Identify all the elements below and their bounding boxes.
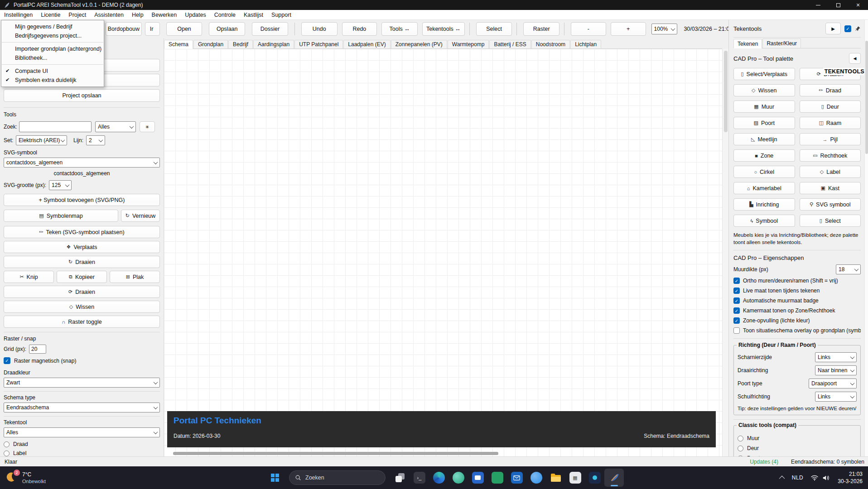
menu-bewerken[interactable]: Bewerken	[148, 10, 181, 19]
tab-raster-kleur[interactable]: Raster/Kleur	[762, 38, 801, 48]
menu-support[interactable]: Support	[267, 10, 295, 19]
tab-warmtepomp[interactable]: Warmtepomp	[448, 40, 489, 48]
tab-tekenen[interactable]: Tekenen	[733, 39, 762, 48]
raster-button[interactable]: Raster	[523, 22, 559, 36]
zoom-out-button[interactable]: -	[571, 22, 606, 36]
redo-button[interactable]: Redo	[342, 22, 377, 36]
taskbar-app-outlook[interactable]	[507, 469, 526, 487]
draadkleur-select[interactable]: Zwart	[4, 378, 160, 388]
tool-inrichting-button[interactable]: ▙Inrichting	[733, 198, 795, 211]
svg-symbool-select[interactable]: contactdoos_algemeen	[4, 158, 160, 168]
tab-aardingsplan[interactable]: Aardingsplan	[253, 40, 294, 48]
palette-collapse-button[interactable]: ◀	[849, 53, 861, 64]
taskbar-app-edge[interactable]	[429, 469, 448, 487]
muurmaat-badge-checkbox[interactable]: ✓	[733, 297, 740, 304]
tool-cirkel-button[interactable]: ○Cirkel	[733, 166, 795, 178]
grid-px-input[interactable]: 20	[29, 345, 46, 354]
tab-schema[interactable]: Schema	[164, 40, 193, 49]
snap-checkbox[interactable]: ✓	[4, 357, 10, 364]
taskbar-app-terminal[interactable]: ›_	[410, 469, 429, 487]
tool-wissen-button[interactable]: ◇Wissen	[733, 84, 795, 96]
draad-radio[interactable]	[4, 441, 10, 447]
schema-canvas[interactable]: Portal PC Technieken Datum: 2026-03-30 S…	[164, 49, 722, 456]
menu-kastlijst[interactable]: Kastlijst	[240, 10, 267, 19]
filter-select[interactable]: Alles	[95, 121, 136, 132]
volume-icon[interactable]	[822, 475, 830, 481]
taskbar-search[interactable]: Zoeken	[289, 470, 386, 485]
draaien2-button[interactable]: ⟳ Draaien	[4, 286, 160, 298]
weather-widget[interactable]: 2 7°C Onbewolkt	[5, 466, 46, 489]
vertical-scrollbar[interactable]	[722, 49, 728, 456]
tab-lichtplan[interactable]: Lichtplan	[570, 40, 601, 48]
draairichting-select[interactable]: Naar binnen	[815, 365, 857, 375]
raster-toggle-button[interactable]: ∩ Raster toggle	[4, 316, 160, 328]
teken-button[interactable]: ✏ Teken (SVG-symbool plaatsen)	[4, 226, 160, 238]
tab-zonnepanelen[interactable]: Zonnepanelen (PV)	[391, 40, 447, 48]
panel-pinned-checkbox[interactable]: ✓	[844, 25, 851, 32]
taskbar-app-blue-circle[interactable]	[526, 469, 546, 487]
taskbar-app-dark-blue[interactable]	[585, 469, 604, 487]
situatieschema-overlay-checkbox[interactable]	[733, 327, 740, 334]
classic-muur-radio[interactable]	[738, 436, 743, 441]
symbool-toevoegen-button[interactable]: + Symbool toevoegen (SVG/PNG)	[4, 194, 160, 206]
svg-grootte-select[interactable]: 125	[49, 180, 72, 190]
tool-zone-button[interactable]: ■Zone	[733, 149, 795, 162]
wifi-icon[interactable]	[810, 475, 819, 481]
opslaan-button[interactable]: Opslaan	[209, 22, 245, 36]
menuitem-importeer-grondplan[interactable]: Importeer grondplan (achtergrond)	[1, 44, 104, 53]
favorite-star-button[interactable]: ✳	[140, 121, 155, 132]
tool-symbool-button[interactable]: ϟSymbool	[733, 215, 795, 227]
tool-select-verplaats-button[interactable]: ▯Select/Verplaats	[733, 68, 795, 80]
task-view-button[interactable]	[390, 469, 410, 487]
ortho-checkbox[interactable]: ✓	[733, 278, 740, 284]
tool-rechthoek-button[interactable]: ▭Rechthoek	[800, 149, 861, 162]
knip-button[interactable]: ✂ Knip	[4, 271, 54, 283]
clipped-toolbar-button[interactable]: Ir	[145, 22, 160, 36]
menuitem-mijn-gegevens[interactable]: Mijn gegevens / Bedrijf	[1, 22, 104, 31]
zoom-in-button[interactable]: +	[611, 22, 646, 36]
tekentools-toggle-button[interactable]: Tekentools ↔	[422, 22, 465, 36]
maximize-button[interactable]	[828, 0, 848, 10]
menuitem-compacte-ui[interactable]: ✔Compacte UI	[1, 67, 104, 76]
tray-chevron-up-icon[interactable]	[779, 475, 785, 481]
wissen-button[interactable]: ◇ Wissen	[4, 301, 160, 313]
menu-controle[interactable]: Controle	[210, 10, 240, 19]
tool-svg-symbool-button[interactable]: ⚲SVG symbool	[800, 198, 861, 211]
menuitem-symbolen-extra-duidelijk[interactable]: ✔Symbolen extra duidelijk	[1, 76, 104, 85]
tab-bedrijf[interactable]: Bedrijf	[228, 40, 253, 48]
menu-assistenten[interactable]: Assistenten	[90, 10, 128, 19]
tool-select-button[interactable]: ▯Select	[800, 215, 861, 227]
horizontal-scrollbar-thumb[interactable]	[173, 452, 498, 455]
plak-button[interactable]: ⊞ Plak	[110, 271, 160, 283]
panel-scrollbar-thumb[interactable]	[865, 41, 868, 154]
vernieuw-button[interactable]: ↻ Vernieuw	[121, 210, 160, 222]
open-button[interactable]: Open	[166, 22, 203, 36]
verplaats-button[interactable]: ❖ Verplaats	[4, 241, 160, 253]
muurdikte-select[interactable]: 18	[836, 264, 861, 274]
panel-collapse-button[interactable]: ▶	[825, 23, 841, 34]
zoom-level-select[interactable]: 100%	[651, 24, 678, 34]
live-maat-checkbox[interactable]: ✓	[733, 288, 740, 294]
tab-laadpalen[interactable]: Laadpalen (EV)	[343, 40, 390, 48]
tekentool-select[interactable]: Alles	[4, 427, 160, 437]
tab-grondplan[interactable]: Grondplan	[193, 40, 228, 48]
taskbar-app-light[interactable]: ▦	[565, 469, 585, 487]
project-opslaan-button[interactable]: Project opslaan	[4, 89, 160, 102]
poort-type-select[interactable]: Draaipoort	[809, 379, 857, 388]
tab-batterij-ess[interactable]: Batterij / ESS	[489, 40, 530, 48]
kopieer-button[interactable]: ⧉ Kopieer	[57, 271, 107, 283]
taskbar-app-globe[interactable]	[448, 469, 468, 487]
scharnierzijde-select[interactable]: Links	[815, 352, 857, 362]
tool-kamerlabel-button[interactable]: ⌂Kamerlabel	[733, 182, 795, 194]
start-button[interactable]	[265, 469, 285, 487]
tool-raam-button[interactable]: ◫Raam	[800, 117, 861, 129]
menu-updates[interactable]: Updates	[181, 10, 210, 19]
set-select[interactable]: Elektrisch (AREI)	[16, 135, 67, 145]
close-button[interactable]: ×	[848, 0, 868, 10]
bordopbouw-button[interactable]: Bordopbouw	[106, 22, 142, 36]
menuitem-bedrijfsgegevens[interactable]: Bedrijfsgegevens project...	[1, 31, 104, 40]
zone-opvulling-checkbox[interactable]: ✓	[733, 317, 740, 324]
taskbar-app-store[interactable]	[468, 469, 487, 487]
tab-utp-patchpanel[interactable]: UTP Patchpanel	[294, 40, 343, 48]
tool-pijl-button[interactable]: →Pijl	[800, 133, 861, 145]
